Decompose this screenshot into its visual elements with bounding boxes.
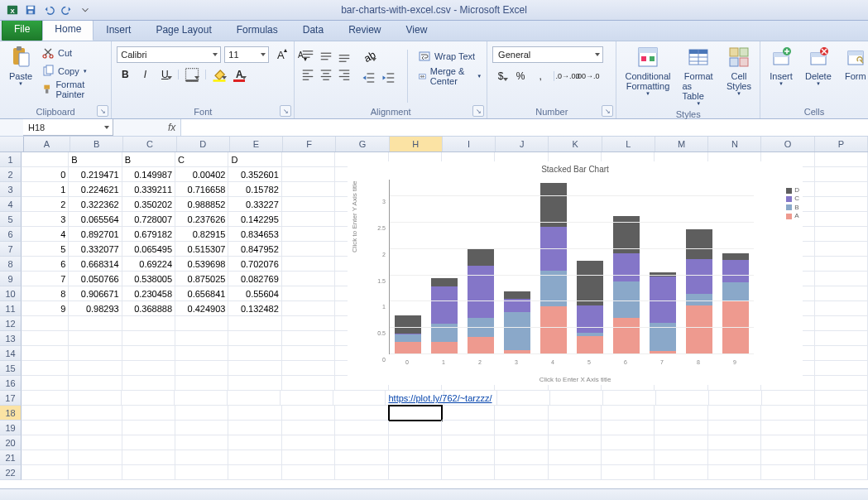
cell[interactable]: 0.906671	[69, 286, 122, 301]
row-header[interactable]: 21	[0, 450, 22, 465]
cell[interactable]	[815, 406, 868, 421]
tab-page-layout[interactable]: Page Layout	[143, 20, 223, 41]
delete-cells-button[interactable]: Delete ▼	[802, 43, 835, 89]
tab-formulas[interactable]: Formulas	[224, 20, 290, 41]
cell[interactable]	[69, 465, 122, 480]
cell[interactable]	[815, 167, 868, 182]
cell[interactable]	[122, 391, 175, 406]
cell[interactable]	[549, 450, 602, 465]
align-center-button[interactable]	[318, 66, 334, 83]
qat-customize-icon[interactable]	[78, 2, 93, 17]
cell[interactable]	[282, 361, 335, 376]
cell[interactable]	[442, 465, 495, 480]
fill-color-button[interactable]	[211, 66, 228, 83]
row-header[interactable]: 4	[0, 197, 22, 212]
cell[interactable]: 0	[22, 167, 69, 182]
align-middle-button[interactable]	[318, 48, 334, 65]
cell[interactable]	[228, 316, 281, 331]
cell[interactable]: 0.050766	[69, 272, 122, 286]
cell[interactable]	[228, 346, 281, 361]
cell[interactable]	[389, 435, 442, 450]
cell[interactable]	[335, 406, 388, 421]
cell[interactable]	[602, 421, 655, 435]
merge-center-button[interactable]: Merge & Center ▼	[418, 68, 482, 84]
cell[interactable]	[815, 286, 868, 301]
cell[interactable]: B	[122, 152, 175, 167]
cell[interactable]	[815, 450, 868, 465]
cell[interactable]	[442, 421, 495, 435]
cell[interactable]	[708, 450, 761, 465]
cell[interactable]	[122, 331, 175, 346]
column-header-H[interactable]: H	[390, 137, 443, 151]
decrease-decimal-button[interactable]: .00→.0	[579, 68, 596, 84]
row-header[interactable]: 6	[0, 227, 22, 242]
cell[interactable]: 0.424903	[175, 301, 228, 316]
cell[interactable]: 0.352601	[228, 167, 281, 182]
cell[interactable]	[69, 316, 122, 331]
cell[interactable]	[282, 257, 335, 272]
grow-font-button[interactable]: A▲	[272, 46, 289, 63]
cell[interactable]	[228, 406, 281, 421]
row-header[interactable]: 19	[0, 421, 22, 435]
column-header-D[interactable]: D	[177, 137, 230, 151]
cell[interactable]	[389, 450, 442, 465]
cell[interactable]	[495, 406, 548, 421]
cell[interactable]	[175, 376, 228, 391]
cell[interactable]	[815, 435, 868, 450]
cell[interactable]	[228, 465, 281, 480]
row-header[interactable]: 8	[0, 257, 22, 272]
cell[interactable]: 0.33227	[228, 197, 281, 212]
cell[interactable]	[122, 361, 175, 376]
cell[interactable]: 0.98293	[69, 301, 122, 316]
cell[interactable]	[815, 361, 868, 376]
column-header-L[interactable]: L	[602, 137, 655, 151]
cell[interactable]: 0.668314	[69, 257, 122, 272]
cell[interactable]	[335, 450, 388, 465]
cell[interactable]: 0.322362	[69, 197, 122, 212]
cell[interactable]	[761, 465, 814, 480]
cell[interactable]	[282, 346, 335, 361]
save-icon[interactable]	[23, 2, 38, 17]
cell[interactable]: 4	[22, 227, 69, 242]
tab-data[interactable]: Data	[290, 20, 336, 41]
wrap-text-button[interactable]: Wrap Text	[418, 48, 482, 65]
row-header[interactable]: 2	[0, 167, 22, 182]
cell[interactable]	[175, 361, 228, 376]
cell[interactable]	[444, 391, 497, 406]
cell[interactable]	[282, 450, 335, 465]
conditional-formatting-button[interactable]: Conditional Formatting ▼	[621, 43, 674, 99]
cell[interactable]: 0.875025	[175, 272, 228, 286]
cell[interactable]: 3	[22, 212, 69, 227]
cell[interactable]	[602, 465, 655, 480]
cell[interactable]	[122, 450, 175, 465]
redo-icon[interactable]	[60, 2, 74, 17]
cell[interactable]	[22, 361, 69, 376]
borders-button[interactable]	[184, 66, 200, 83]
cell[interactable]: 0.679182	[122, 227, 175, 242]
cell[interactable]: D	[228, 152, 281, 167]
cell[interactable]: 0.219471	[69, 167, 122, 182]
cell[interactable]: 0.834653	[228, 227, 281, 242]
cell[interactable]	[389, 465, 442, 480]
cell[interactable]: 0.515307	[175, 242, 228, 257]
cell[interactable]	[175, 450, 228, 465]
cell[interactable]	[22, 316, 69, 331]
cell[interactable]	[122, 376, 175, 391]
paste-button[interactable]: Paste ▼	[5, 43, 36, 89]
cell[interactable]	[122, 406, 175, 421]
cell[interactable]	[69, 421, 122, 435]
bold-button[interactable]: B	[117, 66, 133, 83]
cell[interactable]	[22, 376, 69, 391]
undo-icon[interactable]	[41, 2, 56, 17]
copy-button[interactable]: Copy ▼	[41, 63, 106, 79]
cell[interactable]	[602, 406, 655, 421]
cell[interactable]	[815, 182, 868, 197]
cell[interactable]	[709, 391, 762, 406]
cell[interactable]	[228, 361, 281, 376]
cell[interactable]	[175, 435, 228, 450]
column-header-I[interactable]: I	[443, 137, 496, 151]
cell[interactable]	[815, 227, 868, 242]
cell[interactable]	[656, 391, 709, 406]
column-header-B[interactable]: B	[70, 137, 123, 151]
cell[interactable]	[815, 331, 868, 346]
